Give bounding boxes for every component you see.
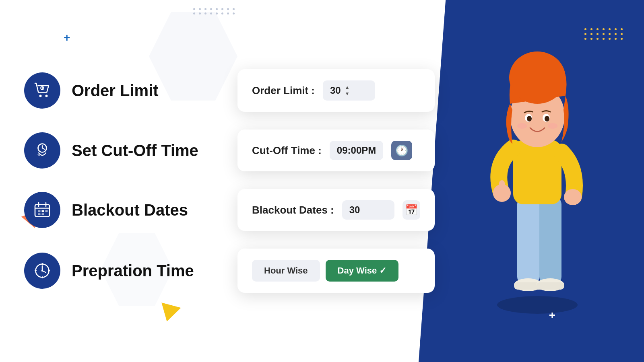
calendar-btn-icon: 📅 (405, 204, 418, 216)
cutoff-card: Cut-Off Time : 09:00PM 🕐 (237, 130, 435, 171)
cutoff-time-input[interactable]: 09:00PM (330, 141, 383, 160)
order-limit-label: Order Limit : (252, 84, 315, 97)
svg-rect-15 (42, 213, 44, 215)
order-limit-input[interactable]: 30 ▲ ▼ (323, 80, 375, 101)
feature-left-order-limit: Order Limit (24, 72, 237, 109)
clock-icon (33, 261, 52, 280)
svg-point-37 (509, 51, 566, 104)
feature-left-blackout: Blackout Dates (24, 192, 237, 228)
feature-list: Order Limit Order Limit : 30 ▲ ▼ (24, 60, 419, 302)
svg-point-42 (517, 123, 527, 129)
blackout-label: Blackout Dates : (252, 204, 334, 216)
svg-point-40 (527, 116, 532, 121)
day-wise-button[interactable]: Day Wise ✓ (326, 260, 399, 282)
svg-rect-30 (536, 282, 564, 290)
clock-hand-icon (33, 141, 52, 160)
blackout-icon-circle (24, 192, 60, 228)
character-svg (469, 43, 606, 317)
order-limit-card: Order Limit : 30 ▲ ▼ (237, 69, 435, 112)
svg-point-41 (545, 116, 549, 121)
calendar-picker-button[interactable]: 📅 (402, 200, 420, 220)
feature-left-prep: Prepration Time (24, 253, 237, 289)
blackout-card: Blackout Dates : 30 📅 (237, 189, 435, 231)
hour-wise-button[interactable]: Hour Wise (252, 260, 320, 282)
svg-point-43 (548, 123, 557, 129)
svg-rect-33 (499, 180, 505, 196)
spinner-down[interactable]: ▼ (345, 91, 350, 97)
spinner-up[interactable]: ▲ (345, 84, 350, 90)
feature-row-order-limit: Order Limit Order Limit : 30 ▲ ▼ (24, 60, 419, 121)
prep-icon-circle (24, 253, 60, 289)
spinner-icon[interactable]: ▲ ▼ (345, 84, 350, 97)
order-limit-value: 30 (330, 85, 341, 96)
prep-toggle-group: Hour Wise Day Wise ✓ (252, 260, 398, 282)
clock-btn-icon: 🕐 (395, 144, 408, 157)
order-limit-icon-circle (24, 72, 60, 109)
blackout-value: 30 (349, 204, 360, 216)
cutoff-icon-circle (24, 132, 60, 169)
feature-left-cutoff: Set Cut-Off Time (24, 132, 237, 169)
svg-rect-25 (517, 196, 539, 285)
order-limit-title: Order Limit (72, 82, 159, 100)
blackout-date-input[interactable]: 30 (342, 200, 394, 220)
svg-point-24 (497, 296, 578, 314)
character-figure (469, 43, 606, 319)
svg-point-1 (45, 95, 48, 97)
calendar-icon (33, 200, 52, 220)
svg-rect-14 (38, 213, 41, 215)
prep-card: Hour Wise Day Wise ✓ (237, 249, 435, 293)
svg-point-0 (39, 95, 42, 97)
cutoff-title: Set Cut-Off Time (72, 142, 198, 160)
clock-picker-button[interactable]: 🕐 (391, 141, 412, 160)
feature-row-cutoff: Set Cut-Off Time Cut-Off Time : 09:00PM … (24, 121, 419, 180)
cutoff-time-value: 09:00PM (337, 145, 376, 156)
svg-rect-13 (45, 210, 48, 212)
main-content: Order Limit Order Limit : 30 ▲ ▼ (0, 0, 443, 362)
feature-row-prep: Prepration Time Hour Wise Day Wise ✓ (24, 240, 419, 302)
prep-title: Prepration Time (72, 262, 194, 280)
svg-rect-11 (38, 210, 41, 212)
cutoff-label: Cut-Off Time : (252, 144, 322, 157)
feature-row-blackout: Blackout Dates Blackout Dates : 30 📅 (24, 180, 419, 240)
svg-line-19 (42, 271, 46, 273)
blackout-title: Blackout Dates (72, 201, 188, 219)
cart-icon (33, 81, 52, 100)
svg-rect-12 (42, 210, 44, 212)
svg-rect-26 (539, 196, 561, 285)
svg-point-34 (564, 189, 582, 205)
svg-line-6 (42, 148, 44, 149)
character-area (419, 0, 644, 362)
